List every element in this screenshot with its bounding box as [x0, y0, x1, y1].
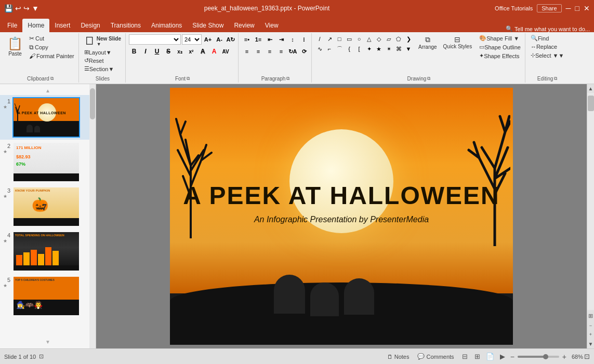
- shape-outline-button[interactable]: ▭ Shape Outline: [477, 43, 523, 51]
- right-scrollbar[interactable]: ▲ ⊞ − + ▼: [587, 84, 594, 348]
- cut-button[interactable]: ✂ Cut: [27, 34, 76, 43]
- zoom-in-button[interactable]: +: [562, 353, 566, 361]
- reading-view-button[interactable]: 📄: [484, 351, 496, 362]
- bold-button[interactable]: B: [129, 46, 139, 57]
- replace-button[interactable]: ↔ Replace: [529, 43, 559, 50]
- fit-icon[interactable]: ⊡: [39, 353, 44, 360]
- shape-fill-button[interactable]: 🎨 Shape Fill ▼: [477, 34, 523, 42]
- decrease-indent-button[interactable]: ⇤: [265, 34, 275, 45]
- shape-pentagon[interactable]: ⬠: [394, 34, 403, 44]
- shape-line[interactable]: /: [315, 34, 324, 44]
- zoom-slider[interactable]: [518, 356, 559, 358]
- tab-view[interactable]: View: [260, 19, 284, 32]
- tab-insert[interactable]: Insert: [49, 19, 75, 32]
- font-expand-icon[interactable]: ⧉: [187, 76, 190, 82]
- drawing-expand-icon[interactable]: ⧉: [427, 76, 430, 82]
- shape-ellipse[interactable]: ○: [354, 34, 364, 44]
- slide-thumb-2[interactable]: 2 ★ 171 MILLION $82.93 67%: [0, 140, 96, 184]
- save-icon[interactable]: 💾: [4, 4, 13, 12]
- paste-button[interactable]: 📋 Paste: [4, 34, 26, 59]
- slide-sorter-button[interactable]: ⊞: [472, 351, 483, 362]
- increase-font-button[interactable]: A+: [203, 34, 213, 45]
- editing-expand-icon[interactable]: ⧉: [554, 76, 557, 82]
- increase-indent-button[interactable]: ⇥: [276, 34, 286, 45]
- slide-thumb-5[interactable]: 5 ★ TOP 5 CHILDREN'S COSTUMES 🧙‍♀️🦇🧛: [0, 274, 96, 318]
- minimize-icon[interactable]: ─: [566, 4, 571, 12]
- shape-star5[interactable]: ★: [374, 44, 384, 53]
- slide-panel-scrollbar[interactable]: [89, 84, 96, 348]
- undo-icon[interactable]: ↩: [15, 4, 21, 12]
- reset-button[interactable]: ↺ Reset: [82, 57, 123, 64]
- shape-effects-button[interactable]: ✦ Shape Effects: [477, 52, 523, 60]
- notes-button[interactable]: 🗒 Notes: [384, 353, 413, 360]
- shape-parallelogram[interactable]: ▱: [384, 34, 393, 44]
- comments-button[interactable]: 💬 Comments: [414, 353, 457, 360]
- arrange-button[interactable]: ⧉ Arrange: [416, 34, 439, 51]
- customize-icon[interactable]: ▼: [32, 4, 39, 12]
- slide-panel-scroll-up[interactable]: ▲: [0, 86, 96, 95]
- underline-button[interactable]: U: [152, 46, 162, 57]
- scroll-track[interactable]: [587, 93, 594, 310]
- shape-curve[interactable]: ∿: [315, 44, 324, 53]
- line-spacing-button[interactable]: ↕: [287, 34, 298, 45]
- columns-button[interactable]: ⫶: [299, 34, 309, 45]
- section-button[interactable]: ☰ Section ▼: [82, 65, 123, 73]
- shape-chevron[interactable]: ❯: [404, 34, 413, 44]
- strikethrough-button[interactable]: S: [163, 46, 174, 57]
- scroll-bottom[interactable]: +: [588, 330, 593, 339]
- font-name-select[interactable]: [129, 34, 181, 45]
- align-left-button[interactable]: ≡: [242, 46, 252, 57]
- copy-button[interactable]: ⧉ Copy: [27, 43, 76, 51]
- shape-star4[interactable]: ✦: [364, 44, 374, 53]
- tell-me-input[interactable]: 🔍 Tell me what you want to do...: [506, 25, 590, 32]
- zoom-slider-handle[interactable]: [543, 354, 548, 359]
- convert-smartart-button[interactable]: ⟳: [299, 46, 309, 57]
- scroll-up-arrow[interactable]: ▲: [587, 84, 594, 93]
- paragraph-expand-icon[interactable]: ⧉: [286, 76, 289, 82]
- align-right-button[interactable]: ≡: [265, 46, 275, 57]
- slide-thumb-4[interactable]: 4 ★ TOTAL SPENDING ON HALLOWEEN: [0, 229, 96, 274]
- align-center-button[interactable]: ≡: [253, 46, 263, 57]
- subscript-button[interactable]: x₂: [175, 46, 185, 57]
- tab-slideshow[interactable]: Slide Show: [187, 19, 229, 32]
- shape-brace[interactable]: {: [345, 44, 354, 53]
- text-direction-button[interactable]: ↻A: [287, 46, 298, 57]
- new-slide-button[interactable]: 🗌 New Slide ▼: [82, 34, 123, 48]
- clear-format-button[interactable]: A↻: [226, 34, 236, 45]
- shape-diamond[interactable]: ◇: [374, 34, 384, 44]
- shape-triangle[interactable]: △: [364, 34, 374, 44]
- clipboard-expand-icon[interactable]: ⧉: [50, 76, 54, 82]
- scroll-down-arrow[interactable]: ▼: [587, 340, 594, 348]
- shape-round-rect[interactable]: ▭: [345, 34, 354, 44]
- zoom-out-button[interactable]: −: [510, 353, 514, 361]
- zoom-fit-icon[interactable]: ⊞: [587, 311, 594, 321]
- select-button[interactable]: ⊹ Select ▼ ▼: [529, 51, 566, 59]
- format-painter-button[interactable]: 🖌 Format Painter: [27, 52, 76, 60]
- slide-thumb-3[interactable]: 3 ★ KNOW YOUR PUMPKIN 🎃 7: [0, 184, 96, 229]
- decrease-font-button[interactable]: A-: [214, 34, 225, 45]
- normal-view-button[interactable]: ⊟: [459, 351, 471, 362]
- share-button[interactable]: Share: [537, 4, 561, 12]
- close-icon[interactable]: ✕: [584, 4, 590, 12]
- tab-design[interactable]: Design: [75, 19, 105, 32]
- shape-star8[interactable]: ✴: [384, 44, 393, 53]
- font-color-button[interactable]: A: [209, 46, 219, 57]
- redo-icon[interactable]: ↪: [23, 4, 30, 12]
- numbering-button[interactable]: 1≡: [253, 34, 263, 45]
- shape-ribbon[interactable]: ⌘: [394, 44, 403, 53]
- tab-animations[interactable]: Animations: [146, 19, 187, 32]
- justify-button[interactable]: ≡: [276, 46, 286, 57]
- shape-arrow[interactable]: ↗: [325, 34, 334, 44]
- shape-arc[interactable]: ⌒: [335, 44, 344, 53]
- slide-panel-scroll-down[interactable]: ▼: [0, 338, 96, 346]
- shape-elbow[interactable]: ⌐: [325, 44, 334, 53]
- italic-button[interactable]: I: [140, 46, 151, 57]
- tab-review[interactable]: Review: [229, 19, 259, 32]
- tab-file[interactable]: File: [2, 19, 22, 32]
- shape-more[interactable]: ▼: [404, 44, 413, 53]
- font-size-select[interactable]: 24: [182, 34, 202, 45]
- tab-transitions[interactable]: Transitions: [105, 19, 146, 32]
- tab-home[interactable]: Home: [22, 19, 49, 32]
- main-slide[interactable]: A PEEK AT HALLOWEEN An Infographic Prese…: [170, 88, 513, 345]
- slide-thumb-1[interactable]: 1 ★ A PEEK AT HALLOWEEN: [0, 95, 96, 140]
